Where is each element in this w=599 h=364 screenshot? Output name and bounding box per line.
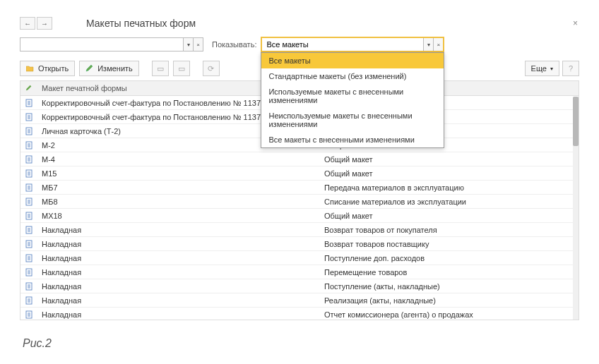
layout-name: Накладная xyxy=(37,280,320,293)
dropdown-option[interactable]: Все макеты xyxy=(261,53,444,68)
close-button[interactable]: × xyxy=(573,18,578,28)
document-icon xyxy=(20,226,37,234)
layout-icon: ▭ xyxy=(157,64,164,73)
table-row[interactable]: М15Общий макет xyxy=(20,166,579,181)
help-label: ? xyxy=(569,64,573,73)
layout-owner: Общий макет xyxy=(320,167,579,180)
table-row[interactable]: НакладнаяВозврат товаров поставщику xyxy=(20,237,579,251)
back-button[interactable]: ← xyxy=(20,17,35,30)
toolbar-right: Еще ▾ ? xyxy=(525,61,579,76)
table-row[interactable]: НакладнаяПоступление (акты, накладные) xyxy=(20,279,579,293)
layout-owner: Общий макет xyxy=(320,153,579,166)
forward-button[interactable]: → xyxy=(37,17,52,30)
layout-owner: Поступление доп. расходов xyxy=(320,252,579,265)
more-label: Еще xyxy=(531,64,547,73)
document-icon xyxy=(20,169,37,178)
pencil-icon xyxy=(85,64,94,73)
document-icon xyxy=(20,254,37,262)
table-row[interactable]: НакладнаяПеремещение товаров xyxy=(20,265,579,279)
show-field-wrap: ▾ × Все макеты Стандартные макеты (без и… xyxy=(261,37,444,52)
layout-owner: Общий макет xyxy=(320,210,579,222)
dropdown-option[interactable]: Неиспользуемые макеты с внесенными измен… xyxy=(261,108,444,132)
search-clear-btn[interactable]: × xyxy=(193,38,203,51)
layout-name: Накладная xyxy=(37,308,320,321)
toolbar-btn-refresh[interactable]: ⟳ xyxy=(203,61,220,76)
toolbar-btn-delete-changed[interactable]: ▭ xyxy=(173,61,190,76)
dropdown-option[interactable]: Все макеты с внесенными изменениями xyxy=(261,132,444,147)
layout-owner: Возврат товаров поставщику xyxy=(320,238,579,250)
show-dropdown: Все макеты Стандартные макеты (без измен… xyxy=(261,52,444,148)
document-icon xyxy=(20,183,37,192)
table-row[interactable]: НакладнаяВозврат товаров от покупателя xyxy=(20,223,579,237)
layout-owner: Поступление (акты, накладные) xyxy=(320,280,579,293)
layout-name: М-4 xyxy=(37,153,320,166)
layout-name: МБ8 xyxy=(37,195,320,208)
layout-name: М15 xyxy=(37,167,320,180)
open-button[interactable]: Открыть xyxy=(20,61,75,76)
window: × ← → Макеты печатных форм ▾ × Показыват… xyxy=(14,14,585,320)
dropdown-option[interactable]: Стандартные макеты (без изменений) xyxy=(261,68,444,84)
show-clear-btn[interactable]: × xyxy=(433,38,443,51)
scrollbar-track[interactable] xyxy=(573,97,579,320)
document-icon xyxy=(20,198,37,206)
layout-name: Накладная xyxy=(37,252,320,265)
layout-owner: Реализация (акты, накладные) xyxy=(320,294,579,307)
scrollbar-thumb[interactable] xyxy=(573,97,579,146)
document-icon xyxy=(20,296,37,305)
search-dropdown-btn[interactable]: ▾ xyxy=(183,38,193,51)
layout-name: МБ7 xyxy=(37,181,320,194)
document-icon xyxy=(20,127,37,135)
layout-owner: Передача материалов в эксплуатацию xyxy=(320,181,579,194)
show-label: Показывать: xyxy=(212,40,256,49)
layout-name: Накладная xyxy=(37,294,320,307)
table-row[interactable]: МБ8Списание материалов из эксплуатации xyxy=(20,195,579,209)
table-row[interactable]: НакладнаяПоступление доп. расходов xyxy=(20,251,579,265)
table-row[interactable]: МБ7Передача материалов в эксплуатацию xyxy=(20,181,579,195)
show-input[interactable] xyxy=(262,38,423,51)
layout-name: Накладная xyxy=(37,266,320,279)
titlebar: ← → Макеты печатных форм xyxy=(14,14,585,32)
show-dropdown-btn[interactable]: ▾ xyxy=(423,38,433,51)
toolbar-btn-use-standard[interactable]: ▭ xyxy=(152,61,169,76)
document-icon xyxy=(20,282,37,291)
refresh-icon: ⟳ xyxy=(208,64,214,73)
table-row[interactable]: М-4Общий макет xyxy=(20,152,579,166)
document-icon xyxy=(20,155,37,164)
document-icon xyxy=(20,113,37,121)
document-icon xyxy=(20,310,37,319)
layout-owner: Перемещение товаров xyxy=(320,266,579,279)
open-label: Открыть xyxy=(38,64,69,73)
header-icon-col xyxy=(20,81,37,95)
layout-name: МХ18 xyxy=(37,210,320,222)
dropdown-option[interactable]: Используемые макеты с внесенными изменен… xyxy=(261,84,444,108)
layout-owner: Возврат товаров от покупателя xyxy=(320,224,579,236)
more-button[interactable]: Еще ▾ xyxy=(525,61,559,76)
page-title: Макеты печатных форм xyxy=(86,18,196,29)
folder-open-icon xyxy=(26,65,35,72)
layout-icon: ▭ xyxy=(178,64,185,73)
edit-button[interactable]: Изменить xyxy=(79,61,139,76)
chevron-down-icon: ▾ xyxy=(550,66,553,72)
layout-name: Накладная xyxy=(37,224,320,236)
table-row[interactable]: МХ18Общий макет xyxy=(20,209,579,223)
help-button[interactable]: ? xyxy=(562,61,579,76)
layout-owner: Отчет комиссионера (агента) о продажах xyxy=(320,308,579,321)
table-row[interactable]: НакладнаяРеализация (акты, накладные) xyxy=(20,293,579,308)
document-icon xyxy=(20,212,37,220)
edit-label: Изменить xyxy=(97,64,133,73)
document-icon xyxy=(20,99,37,107)
search-wrapper: ▾ × xyxy=(20,37,203,51)
filter-row: ▾ × Показывать: ▾ × Все макеты Стандартн… xyxy=(14,32,585,56)
table-row[interactable]: НакладнаяОтчет комиссионера (агента) о п… xyxy=(20,308,579,320)
pencil-icon xyxy=(25,85,32,92)
document-icon xyxy=(20,240,37,248)
show-field[interactable]: ▾ × xyxy=(261,37,444,52)
document-icon xyxy=(20,268,37,277)
figure-caption: Рис.2 xyxy=(23,337,576,350)
document-icon xyxy=(20,141,37,150)
layout-owner: Списание материалов из эксплуатации xyxy=(320,195,579,208)
layout-name: Накладная xyxy=(37,238,320,250)
search-input[interactable] xyxy=(20,38,183,51)
nav-buttons: ← → xyxy=(20,17,52,30)
